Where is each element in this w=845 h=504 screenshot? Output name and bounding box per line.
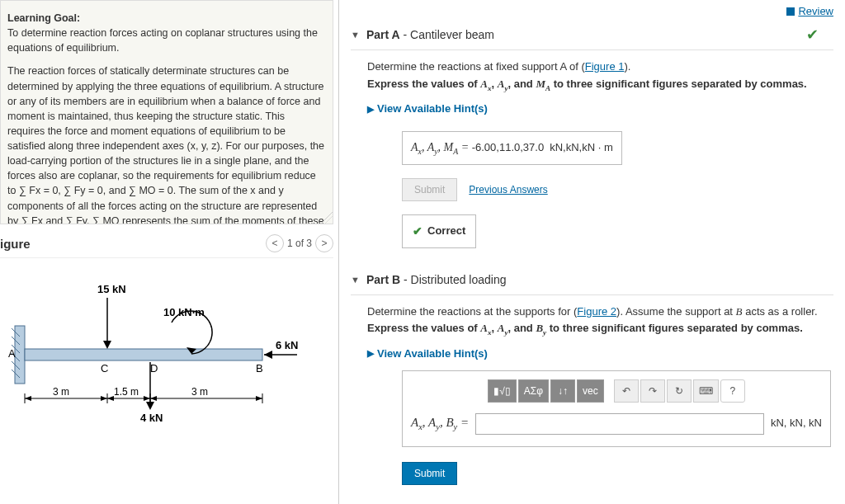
template-button[interactable]: ▮√▯ — [488, 379, 517, 403]
submit-button-a: Submit — [402, 178, 457, 201]
svg-text:15 kN: 15 kN — [97, 283, 126, 295]
svg-text:D: D — [150, 362, 158, 374]
figure-canvas: 15 kN 10 kN·m 6 kN 4 kN A C D B — [0, 275, 333, 456]
previous-answers-link[interactable]: Previous Answers — [469, 182, 547, 198]
undo-button[interactable]: ↶ — [614, 379, 639, 403]
svg-marker-33 — [256, 396, 262, 401]
part-b-question: Determine the reactions at the supports … — [367, 304, 828, 321]
figure-prev-button[interactable]: < — [266, 234, 284, 252]
symbols-button[interactable]: ΑΣφ — [518, 379, 549, 403]
svg-text:3 m: 3 m — [53, 386, 69, 398]
part-a-answer: Ax, Ay, MA = -6.00,11.0,37.0 kN,kN,kN · … — [402, 131, 622, 165]
svg-text:4 kN: 4 kN — [140, 412, 163, 424]
redo-button[interactable]: ↷ — [640, 379, 665, 403]
svg-marker-32 — [150, 396, 157, 401]
svg-text:A: A — [8, 347, 16, 360]
figure-next-button[interactable]: > — [315, 234, 333, 252]
answer-units: kN, kN, kN — [771, 415, 822, 432]
input-label: Ax, Ay, By = — [411, 412, 469, 435]
hints-toggle-a[interactable]: ▶ View Available Hint(s) — [367, 101, 828, 118]
part-b-express: Express the values of Ax, Ay, and By to … — [367, 320, 828, 338]
svg-text:C: C — [101, 362, 108, 374]
svg-text:3 m: 3 m — [191, 386, 208, 398]
check-icon: ✔ — [806, 26, 819, 44]
svg-marker-31 — [144, 396, 150, 401]
figure-2-link[interactable]: Figure 2 — [577, 305, 616, 318]
hints-toggle-b[interactable]: ▶ View Available Hint(s) — [367, 346, 828, 363]
learning-goal-box: Learning Goal: To determine reaction for… — [0, 0, 333, 224]
submit-button-b[interactable]: Submit — [402, 462, 457, 485]
collapse-icon[interactable]: ▼ — [351, 30, 360, 40]
svg-marker-9 — [103, 341, 111, 349]
vector-button[interactable]: vec — [577, 379, 604, 403]
part-a-express: Express the values of Ax, Ay, and MA to … — [367, 76, 828, 94]
part-a-title: Part A - Cantilever beam — [366, 28, 494, 41]
reset-button[interactable]: ↻ — [667, 379, 692, 403]
figure-page-indicator: 1 of 3 — [287, 238, 312, 249]
svg-text:B: B — [256, 362, 263, 374]
chevron-right-icon: ▶ — [367, 346, 374, 361]
part-b-block: ▼ Part B - Distributed loading Determine… — [351, 266, 833, 489]
learning-heading: Learning Goal: — [7, 12, 80, 24]
part-a-block: ▼ Part A - Cantilever beam ✔ Determine t… — [351, 21, 833, 252]
svg-text:1.5 m: 1.5 m — [114, 386, 139, 398]
chevron-right-icon: ▶ — [367, 102, 374, 117]
equation-toolbar: ▮√▯ ΑΣφ ↓↑ vec ↶ ↷ ↻ ⌨ ? — [411, 379, 822, 403]
help-button[interactable]: ? — [720, 379, 745, 403]
svg-text:10 kN·m: 10 kN·m — [163, 306, 205, 318]
svg-text:6 kN: 6 kN — [276, 339, 298, 351]
answer-input-area: ▮√▯ ΑΣφ ↓↑ vec ↶ ↷ ↻ ⌨ ? Ax, Ay, By = kN… — [402, 370, 831, 447]
part-b-title: Part B - Distributed loading — [366, 273, 507, 286]
svg-rect-7 — [25, 349, 262, 360]
answer-input[interactable] — [475, 413, 764, 435]
svg-marker-30 — [107, 396, 114, 401]
correct-feedback: ✔ Correct — [402, 214, 476, 247]
part-a-question: Determine the reactions at fixed support… — [367, 59, 828, 76]
figure-1-link[interactable]: Figure 1 — [585, 60, 625, 73]
figure-title: igure — [0, 237, 31, 251]
review-link[interactable]: Review — [786, 5, 833, 17]
subscript-button[interactable]: ↓↑ — [550, 379, 575, 403]
svg-marker-28 — [25, 396, 31, 401]
svg-marker-29 — [101, 396, 107, 401]
collapse-icon[interactable]: ▼ — [351, 275, 360, 285]
review-icon — [786, 7, 795, 16]
learning-body: The reaction forces of statically determ… — [7, 64, 324, 224]
checkmark-icon: ✔ — [413, 222, 422, 240]
figure-header: igure < 1 of 3 > — [0, 231, 333, 258]
svg-marker-14 — [264, 351, 272, 359]
learning-intro: To determine reaction forces acting on c… — [7, 26, 324, 55]
keyboard-button[interactable]: ⌨ — [693, 379, 719, 403]
